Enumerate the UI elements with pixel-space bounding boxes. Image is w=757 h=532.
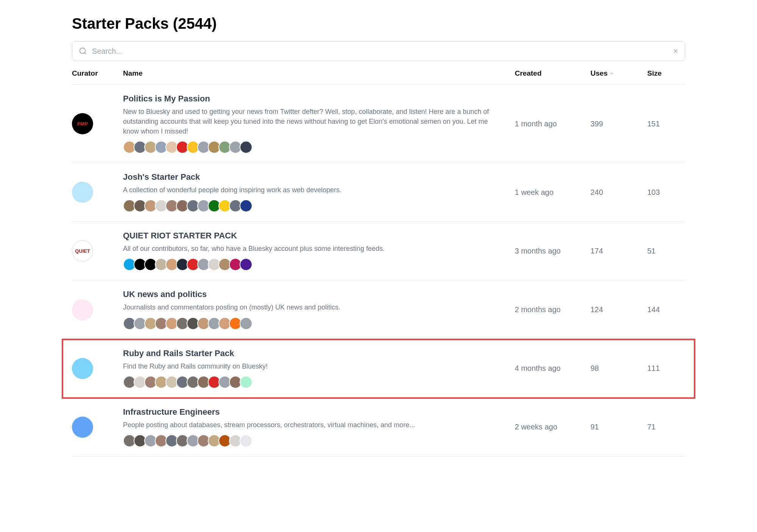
pack-description: People posting about databases, stream p… xyxy=(123,420,503,430)
curator-avatar[interactable] xyxy=(72,299,93,320)
pack-name-cell: Infrastructure EngineersPeople posting a… xyxy=(123,407,515,447)
created-cell: 1 month ago xyxy=(515,120,590,128)
title-text: Starter Packs xyxy=(72,15,169,32)
col-curator[interactable]: Curator xyxy=(72,69,123,78)
uses-cell: 91 xyxy=(590,423,647,431)
curator-avatar[interactable]: QUIET xyxy=(72,240,93,261)
size-cell: 71 xyxy=(647,423,685,431)
search-input[interactable] xyxy=(72,41,685,61)
member-avatar[interactable] xyxy=(240,376,252,389)
table-row[interactable]: Infrastructure EngineersPeople posting a… xyxy=(72,398,685,457)
uses-cell: 98 xyxy=(590,364,647,373)
member-avatar-stack xyxy=(123,376,503,389)
pack-title[interactable]: UK news and politics xyxy=(123,289,503,299)
pack-name-cell: Josh's Starter PackA collection of wonde… xyxy=(123,172,515,212)
created-cell: 1 week ago xyxy=(515,188,590,197)
size-cell: 103 xyxy=(647,188,685,197)
pack-name-cell: QUIET RIOT STARTER PACKAll of our contri… xyxy=(123,231,515,271)
curator-cell: PMP xyxy=(72,113,123,134)
size-cell: 151 xyxy=(647,120,685,128)
pack-description: Find the Ruby and Rails community on Blu… xyxy=(123,361,503,371)
uses-cell: 174 xyxy=(590,247,647,255)
curator-cell xyxy=(72,299,123,320)
table-row[interactable]: Ruby and Rails Starter PackFind the Ruby… xyxy=(62,339,695,398)
page-title: Starter Packs (2544) xyxy=(72,15,685,32)
pack-title[interactable]: Ruby and Rails Starter Pack xyxy=(123,348,503,358)
chevron-down-icon xyxy=(609,71,614,76)
pack-description: New to Bluesky and used to getting your … xyxy=(123,107,503,136)
created-cell: 2 weeks ago xyxy=(515,423,590,431)
member-avatar-stack xyxy=(123,317,503,330)
uses-cell: 399 xyxy=(590,120,647,128)
table-row[interactable]: QUIETQUIET RIOT STARTER PACKAll of our c… xyxy=(72,222,685,280)
title-count: 2544 xyxy=(178,15,212,32)
member-avatar[interactable] xyxy=(240,141,252,154)
uses-cell: 240 xyxy=(590,188,647,197)
pack-title[interactable]: Josh's Starter Pack xyxy=(123,172,503,182)
clear-icon[interactable] xyxy=(672,48,679,54)
pack-title[interactable]: QUIET RIOT STARTER PACK xyxy=(123,231,503,241)
col-created[interactable]: Created xyxy=(515,69,590,78)
curator-avatar[interactable]: PMP xyxy=(72,113,93,134)
created-cell: 4 months ago xyxy=(515,364,590,373)
curator-avatar[interactable] xyxy=(72,182,93,203)
member-avatar[interactable] xyxy=(240,199,252,212)
table-header: Curator Name Created Uses Size xyxy=(72,62,685,85)
svg-line-1 xyxy=(84,53,86,54)
created-cell: 2 months ago xyxy=(515,305,590,314)
member-avatar[interactable] xyxy=(240,434,252,447)
size-cell: 51 xyxy=(647,247,685,255)
pack-description: Journalists and commentators posting on … xyxy=(123,302,503,312)
member-avatar-stack xyxy=(123,434,503,447)
search-wrapper xyxy=(72,41,685,61)
pack-description: All of our contributors, so far, who hav… xyxy=(123,244,503,254)
member-avatar-stack xyxy=(123,141,503,154)
curator-avatar[interactable] xyxy=(72,417,93,438)
pack-description: A collection of wonderful people doing i… xyxy=(123,185,503,195)
curator-cell xyxy=(72,182,123,203)
search-icon xyxy=(79,47,87,55)
col-uses-label: Uses xyxy=(590,69,607,78)
uses-cell: 124 xyxy=(590,305,647,314)
member-avatar[interactable] xyxy=(240,317,252,330)
pack-name-cell: UK news and politicsJournalists and comm… xyxy=(123,289,515,330)
col-uses[interactable]: Uses xyxy=(590,69,647,78)
created-cell: 3 months ago xyxy=(515,247,590,255)
col-size[interactable]: Size xyxy=(647,69,685,78)
curator-cell xyxy=(72,417,123,438)
member-avatar-stack xyxy=(123,199,503,212)
col-name[interactable]: Name xyxy=(123,69,515,78)
size-cell: 144 xyxy=(647,305,685,314)
pack-title[interactable]: Infrastructure Engineers xyxy=(123,407,503,417)
pack-name-cell: Ruby and Rails Starter PackFind the Ruby… xyxy=(123,348,515,389)
member-avatar-stack xyxy=(123,258,503,271)
pack-title[interactable]: Politics is My Passion xyxy=(123,94,503,104)
size-cell: 111 xyxy=(647,364,685,373)
pack-name-cell: Politics is My PassionNew to Bluesky and… xyxy=(123,94,515,154)
svg-point-0 xyxy=(80,48,86,54)
member-avatar[interactable] xyxy=(240,258,252,271)
table-row[interactable]: UK news and politicsJournalists and comm… xyxy=(72,280,685,339)
table-row[interactable]: Josh's Starter PackA collection of wonde… xyxy=(72,163,685,222)
packs-table: Curator Name Created Uses Size PMPPoliti… xyxy=(72,62,685,457)
table-row[interactable]: PMPPolitics is My PassionNew to Bluesky … xyxy=(72,85,685,163)
curator-avatar[interactable] xyxy=(72,358,93,379)
curator-cell xyxy=(72,358,123,379)
curator-cell: QUIET xyxy=(72,240,123,261)
